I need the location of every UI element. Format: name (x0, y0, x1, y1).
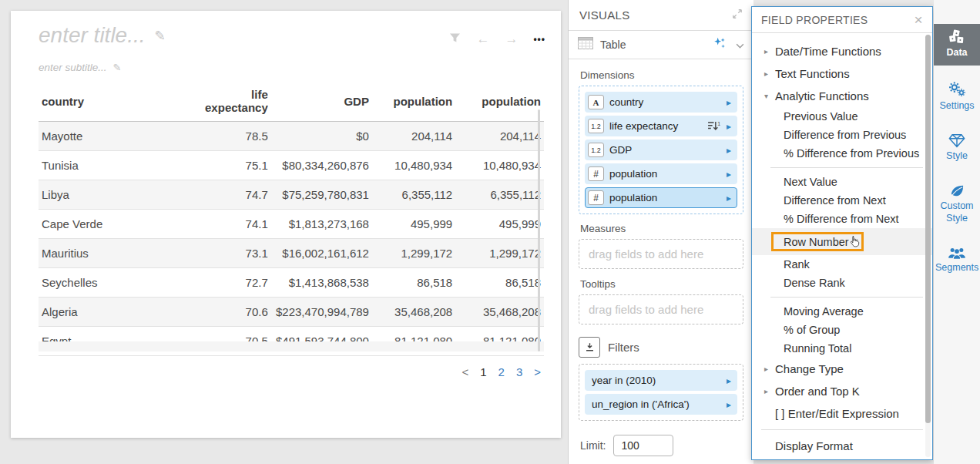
menu-item-order-and-top-k[interactable]: ▸ Order and Top K (752, 380, 932, 402)
close-icon[interactable]: × (915, 12, 923, 27)
cell: 78.5 (185, 122, 271, 151)
filter-pill-year[interactable]: year in (2010) ▸ (585, 370, 737, 391)
pull-filters-button[interactable] (579, 337, 600, 358)
field-pill-population-2-selected[interactable]: # population ▸ (585, 187, 737, 208)
tooltips-dropzone[interactable]: drag fields to add here (579, 294, 743, 324)
filter-pill-label: year in (2010) (592, 375, 722, 386)
page-number-current[interactable]: 1 (480, 365, 486, 378)
dimensions-dropzone[interactable]: A country ▸ 1.2 life expectancy 1 ▸ 1.2 … (579, 86, 743, 214)
cell: $80,334,260,876 (271, 151, 372, 180)
field-pill-gdp[interactable]: 1.2 GDP ▸ (585, 140, 737, 160)
menu-item-running-total[interactable]: Running Total (752, 339, 932, 358)
edit-title-pencil-icon[interactable]: ✎ (155, 28, 166, 44)
sidebar-item-segments[interactable]: Segments (934, 240, 980, 281)
scrollbar-thumb[interactable] (925, 35, 931, 423)
menu-divider (770, 167, 923, 168)
table-header-row: country life expectancy GDP population p… (39, 83, 544, 122)
chevron-down-icon[interactable] (736, 38, 744, 52)
cell: Tunisia (39, 151, 185, 180)
menu-item-text-functions[interactable]: ▸ Text Functions (752, 62, 932, 85)
menu-item-rank[interactable]: Rank (752, 255, 932, 274)
caret-right-icon: ▸ (764, 387, 775, 395)
field-menu-chevron-icon[interactable]: ▸ (727, 375, 731, 386)
integer-type-icon: # (588, 166, 604, 181)
field-pill-life-expectancy[interactable]: 1.2 life expectancy 1 ▸ (585, 116, 737, 136)
menu-item-analytic-functions[interactable]: ▾ Analytic Functions (752, 85, 932, 107)
sidebar-item-style[interactable]: Style (934, 128, 980, 169)
decimal-type-icon: 1.2 (588, 119, 604, 133)
menu-item-label: Date/Time Functions (775, 45, 881, 58)
menu-item-row-number[interactable]: Row Number (752, 228, 932, 255)
field-pill-country[interactable]: A country ▸ (585, 92, 737, 113)
limit-input[interactable] (613, 435, 673, 456)
visual-title-placeholder[interactable]: enter title... (39, 23, 146, 48)
menu-item-date-time-functions[interactable]: ▸ Date/Time Functions (752, 40, 932, 62)
menu-item-moving-average[interactable]: Moving Average (752, 302, 932, 321)
page-prev-button[interactable]: < (461, 365, 468, 378)
menu-item-pct-of-group[interactable]: % of Group (752, 321, 932, 339)
more-options-icon[interactable]: ••• (533, 34, 545, 45)
cell: 1,299,172 (372, 239, 455, 268)
menu-item-label: Text Functions (775, 67, 850, 80)
filter-pill-un-region[interactable]: un_region in ('Africa') ▸ (585, 394, 737, 415)
panel-scrollbar[interactable] (925, 35, 931, 457)
cell: 70.6 (185, 298, 271, 327)
menu-item-alias[interactable]: ▸ Alias (752, 457, 932, 464)
table-scrollbar[interactable] (538, 109, 540, 351)
field-menu-chevron-icon[interactable]: ▸ (727, 145, 731, 156)
sidebar-item-data[interactable]: Data (934, 24, 980, 66)
page-number-2[interactable]: 2 (498, 365, 505, 378)
visual-type-selector[interactable]: Table (569, 31, 753, 59)
people-icon (948, 246, 966, 260)
visual-subtitle-placeholder[interactable]: enter subtitle... (39, 62, 107, 73)
expand-panel-icon[interactable] (732, 8, 743, 22)
sidebar-item-settings[interactable]: Settings (934, 76, 980, 119)
menu-item-enter-edit-expression[interactable]: [ ] Enter/Edit Expression (752, 402, 932, 425)
column-header-country[interactable]: country (39, 83, 185, 122)
menu-item-dense-rank[interactable]: Dense Rank (752, 274, 932, 292)
cell: 204,114 (372, 122, 455, 151)
cell: 86,518 (455, 268, 544, 298)
field-menu-chevron-icon[interactable]: ▸ (727, 121, 731, 132)
cell: 73.1 (185, 239, 271, 268)
menu-item-next-value[interactable]: Next Value (752, 173, 932, 191)
svg-text:1: 1 (717, 121, 720, 126)
field-pill-population-1[interactable]: # population ▸ (585, 163, 737, 184)
back-arrow-icon[interactable]: ← (476, 32, 489, 45)
table-row: Mayotte78.5$0204,114204,114 (39, 122, 544, 151)
field-menu-chevron-icon[interactable]: ▸ (727, 399, 731, 410)
ai-sparkles-icon[interactable] (712, 36, 727, 53)
field-pill-label: life expectancy (609, 120, 707, 132)
gears-icon (948, 81, 966, 98)
sidebar-item-custom-style[interactable]: Custom Style (934, 179, 980, 230)
column-header-population-1[interactable]: population (372, 83, 455, 122)
cell: $1,813,273,168 (271, 210, 372, 239)
filters-dropzone[interactable]: year in (2010) ▸ un_region in ('Africa')… (579, 364, 743, 421)
menu-item-difference-from-next[interactable]: Difference from Next (752, 191, 932, 210)
sidebar-item-label: Custom Style (940, 200, 973, 224)
forward-arrow-icon[interactable]: → (505, 32, 518, 45)
page-next-button[interactable]: > (534, 365, 541, 378)
measures-dropzone[interactable]: drag fields to add here (579, 239, 743, 269)
field-menu-chevron-icon[interactable]: ▸ (727, 97, 731, 108)
dimensions-section-label: Dimensions (580, 69, 743, 81)
field-menu-chevron-icon[interactable]: ▸ (727, 193, 731, 203)
menu-item-change-type[interactable]: ▸ Change Type (752, 358, 932, 380)
menu-item-pct-difference-from-previous[interactable]: % Difference from Previous (752, 144, 932, 163)
menu-item-previous-value[interactable]: Previous Value (752, 107, 932, 126)
right-sidebar: Data Settings Style Custom Style Segment… (934, 0, 980, 464)
cell: Mayotte (39, 122, 185, 151)
field-properties-title: FIELD PROPERTIES (761, 14, 868, 26)
filter-funnel-icon[interactable] (449, 32, 461, 45)
column-header-life-expectancy[interactable]: life expectancy (185, 83, 271, 122)
menu-item-pct-difference-from-next[interactable]: % Difference from Next (752, 210, 932, 228)
page-number-3[interactable]: 3 (516, 365, 522, 378)
cell: 10,480,934 (372, 151, 455, 180)
edit-subtitle-pencil-icon[interactable]: ✎ (113, 62, 122, 73)
menu-divider (761, 429, 923, 430)
field-menu-chevron-icon[interactable]: ▸ (727, 169, 731, 180)
menu-item-display-format[interactable]: Display Format (752, 435, 932, 457)
menu-item-difference-from-previous[interactable]: Difference from Previous (752, 126, 932, 144)
column-header-gdp[interactable]: GDP (271, 83, 372, 122)
column-header-population-2[interactable]: population (455, 83, 544, 122)
